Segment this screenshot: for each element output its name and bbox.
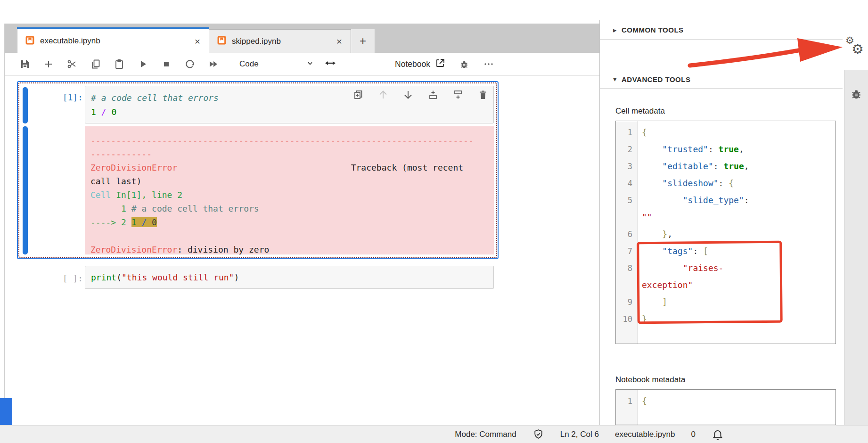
notification-count[interactable]: 0 (691, 430, 696, 439)
tab-skipped-ipynb[interactable]: skipped.ipynb × (209, 29, 351, 53)
output-collapser[interactable] (23, 126, 28, 254)
section-label: COMMON TOOLS (622, 26, 684, 34)
cell-type-value: Code (239, 59, 259, 69)
resize-handle-icon[interactable] (324, 57, 336, 71)
execution-count-prompt: [1]: (45, 91, 83, 104)
insert-cell-above-button[interactable] (427, 89, 439, 101)
active-filename: executable.ipynb (615, 430, 675, 439)
editor-row: 1{ (616, 124, 835, 141)
notebook-toolbar: Code Notebook (5, 53, 599, 76)
trusted-shield-check-icon[interactable] (532, 428, 544, 440)
run-cell-button[interactable] (137, 58, 149, 70)
code-cell-1[interactable]: [1]: # a code cell that errors 1 / 0 (17, 81, 499, 259)
code-cell-2[interactable]: print("this would still run") (85, 266, 494, 289)
kernel-name: Notebook (395, 59, 430, 69)
gear-icon: ⚙ (852, 41, 864, 57)
common-tools-section-header[interactable]: ▸ COMMON TOOLS (600, 21, 843, 40)
annotation-arrow (684, 36, 847, 73)
traceback-text: ----------------------------------------… (90, 133, 488, 254)
move-cell-down-button[interactable] (402, 89, 414, 101)
notebook-file-icon (217, 35, 227, 47)
editor-row: 7 "tags": [ (616, 243, 835, 260)
notebook-metadata-label: Notebook metadata (615, 375, 685, 385)
editor-row: 4 "slideshow": { (616, 175, 835, 192)
external-link-icon (430, 57, 446, 71)
interrupt-kernel-button[interactable] (160, 58, 172, 70)
editor-row: exception" (616, 277, 835, 294)
restart-kernel-button[interactable] (184, 58, 196, 70)
close-icon[interactable]: × (336, 36, 343, 46)
restart-run-all-button[interactable] (207, 58, 220, 70)
cell-metadata-label: Cell metadata (615, 107, 665, 116)
chevron-down-icon (305, 58, 315, 70)
editor-row: 6 }, (616, 226, 835, 243)
cell-toolbar (352, 89, 489, 101)
window-left-border (4, 24, 5, 425)
copy-cells-button[interactable] (90, 58, 102, 70)
new-tab-button[interactable]: + (351, 29, 375, 53)
insert-cell-below-button[interactable] (452, 89, 464, 101)
sidebar-top-border (600, 20, 868, 20)
editor-row: 8 "raises- (616, 260, 835, 277)
notebook-file-icon (25, 35, 35, 47)
editor-row: 10} (616, 311, 835, 328)
advanced-tools-section-header[interactable]: ▾ ADVANCED TOOLS (600, 70, 843, 89)
debugger-toggle-button[interactable] (458, 58, 470, 70)
right-sidebar-rail (844, 70, 868, 425)
editor-row: 9 ] (616, 294, 835, 311)
bell-icon[interactable] (712, 428, 724, 441)
code-line: print("this would still run") (91, 271, 488, 285)
insert-cell-button[interactable] (42, 58, 55, 70)
tab-executable-ipynb[interactable]: executable.ipynb × (17, 29, 209, 53)
cut-cells-button[interactable] (66, 58, 78, 70)
editor-row: 3 "editable": true, (616, 158, 835, 175)
close-icon[interactable]: × (194, 36, 201, 46)
code-line: 1 / 0 (91, 105, 488, 119)
caret-down-icon: ▾ (613, 75, 622, 83)
section-label: ADVANCED TOOLS (622, 75, 690, 83)
notebook-metadata-editor[interactable]: 1{ (615, 389, 836, 425)
tab-label: executable.ipynb (40, 36, 100, 46)
kernel-indicator[interactable]: Notebook (395, 57, 446, 71)
status-bar: Mode: Command Ln 2, Col 6 executable.ipy… (0, 425, 868, 443)
error-output: ----------------------------------------… (85, 126, 494, 254)
background-cell-collapser-fragment (0, 398, 12, 425)
active-tab-indicator (17, 27, 209, 29)
jupyterlab-window: executable.ipynb × skipped.ipynb × + (0, 0, 868, 443)
caret-right-icon: ▸ (613, 26, 622, 34)
cursor-position[interactable]: Ln 2, Col 6 (560, 430, 599, 439)
more-commands-button[interactable] (483, 58, 495, 70)
notebook-mode-indicator: Mode: Command (455, 430, 516, 439)
cell-type-select[interactable]: Code (239, 58, 315, 70)
cell-metadata-editor[interactable]: 1{2 "trusted": true,3 "editable": true,4… (615, 121, 836, 344)
delete-cell-button[interactable] (477, 89, 489, 101)
paste-cells-button[interactable] (113, 58, 125, 70)
duplicate-cell-button[interactable] (352, 89, 364, 101)
input-collapser[interactable] (23, 87, 28, 123)
execution-count-prompt-empty: [ ]: (45, 272, 83, 285)
editor-row: 5 "slide_type": (616, 192, 835, 209)
debugger-sidebar-tab[interactable] (849, 87, 863, 425)
move-cell-up-button[interactable] (377, 89, 389, 101)
editor-row: 2 "trusted": true, (616, 141, 835, 158)
save-button[interactable] (19, 58, 31, 70)
tab-label: skipped.ipynb (232, 37, 281, 46)
property-inspector-gears-icon[interactable]: ⚙ ⚙ (844, 36, 867, 61)
editor-row: 1{ (616, 393, 835, 410)
editor-row: "" (616, 209, 835, 226)
